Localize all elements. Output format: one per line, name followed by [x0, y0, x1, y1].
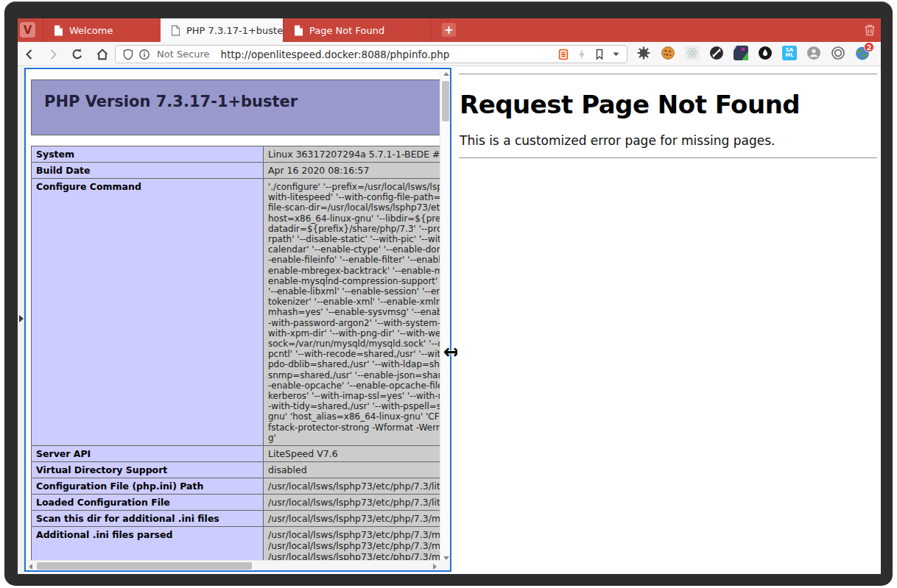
- page-icon: [171, 25, 180, 36]
- chevron-down-icon[interactable]: [612, 50, 620, 58]
- info-icon[interactable]: [138, 49, 150, 60]
- saml-tracer-icon: SA ML: [782, 46, 797, 60]
- flame-icon: [758, 46, 773, 60]
- forward-button[interactable]: [46, 47, 60, 62]
- palette-chart-icon: [734, 46, 748, 60]
- phpinfo-table: SystemLinux 36317207294a 5.7.1-1-BEDE #1…: [31, 146, 451, 565]
- url-text[interactable]: http://openlitespeed.docker:8088/phpinfo…: [221, 49, 557, 60]
- error-page-title: Request Page Not Found: [460, 90, 879, 119]
- address-bar[interactable]: Not Secure http://openlitespeed.docker:8…: [115, 45, 627, 63]
- gear-bug-icon: [636, 46, 651, 60]
- vertical-scroll-thumb[interactable]: [442, 81, 449, 121]
- home-icon: [96, 48, 109, 61]
- cookie-icon: [661, 46, 675, 60]
- page-icon: [54, 25, 63, 36]
- navigation-toolbar: Not Secure http://openlitespeed.docker:8…: [18, 42, 881, 66]
- scrollbar-corner: [440, 560, 450, 570]
- error-page-message: This is a customized error page for miss…: [460, 133, 879, 148]
- error-page-tile: Request Page Not Found This is a customi…: [457, 66, 879, 574]
- privacy-swirl-extension-button[interactable]: [709, 46, 724, 60]
- phpinfo-tile: PHP Version 7.3.17-1+buster SystemLinux …: [24, 68, 451, 572]
- scroll-left-arrow[interactable]: [29, 564, 32, 570]
- plus-icon: +: [444, 24, 454, 37]
- table-row: Configuration File (php.ini) Path/usr/lo…: [32, 478, 452, 495]
- gear-bug-extension-button[interactable]: [636, 46, 651, 60]
- scroll-up-arrow[interactable]: [443, 72, 449, 76]
- not-secure-label: Not Secure: [157, 49, 210, 60]
- privacy-swirl-icon: [709, 46, 724, 60]
- table-row: Build DateApr 16 2020 08:16:57: [32, 163, 452, 179]
- back-icon: [23, 48, 36, 61]
- tab-bar: V Welcome PHP 7.3.17-1+buster - php Page…: [18, 18, 881, 42]
- back-button[interactable]: [22, 47, 37, 62]
- panel-toggle-arrow-icon[interactable]: [19, 315, 24, 322]
- divider: [459, 74, 877, 74]
- table-row: SystemLinux 36317207294a 5.7.1-1-BEDE #1…: [32, 146, 452, 163]
- double-ring-icon: [831, 46, 845, 60]
- ring-extension-button[interactable]: [831, 46, 845, 60]
- tab-phpinfo-active[interactable]: PHP 7.3.17-1+buster - php: [161, 18, 283, 42]
- table-row: Scan this dir for additional .ini files/…: [32, 511, 452, 527]
- saml-tracer-extension-button[interactable]: SA ML: [782, 46, 797, 60]
- person-extension-button[interactable]: [806, 46, 821, 60]
- closed-tabs-trash-button[interactable]: [862, 23, 877, 38]
- shield-icon[interactable]: [122, 49, 134, 60]
- forward-icon: [46, 48, 60, 61]
- tab-title: Page Not Found: [309, 25, 384, 36]
- cookie-extension-button[interactable]: [661, 46, 675, 60]
- tab-page-not-found[interactable]: Page Not Found: [283, 18, 431, 42]
- new-tab-button[interactable]: +: [442, 23, 456, 37]
- scroll-right-arrow[interactable]: [433, 564, 437, 570]
- horizontal-scrollbar[interactable]: [26, 560, 440, 570]
- palette-chart-extension-button[interactable]: [734, 46, 748, 60]
- home-button[interactable]: [95, 47, 110, 62]
- table-row: Configure Command'./configure' '--prefix…: [32, 179, 452, 446]
- vivaldi-logo: V: [24, 24, 32, 37]
- table-row: Loaded Configuration File/usr/local/lsws…: [32, 495, 452, 511]
- browser-window: V Welcome PHP 7.3.17-1+buster - php Page…: [0, 0, 897, 588]
- tab-title: PHP 7.3.17-1+buster - php: [186, 25, 283, 36]
- horizontal-scroll-thumb[interactable]: [37, 562, 252, 570]
- vertical-scrollbar[interactable]: [440, 69, 450, 563]
- reload-button[interactable]: [70, 47, 85, 62]
- notification-badge: 2: [864, 42, 874, 52]
- reload-icon: [71, 48, 84, 61]
- tab-title: Welcome: [69, 25, 113, 36]
- profile-globe-button[interactable]: 2: [855, 46, 870, 60]
- table-row: Server APILiteSpeed V7.6: [32, 446, 452, 462]
- divider: [459, 157, 877, 158]
- table-row: Additional .ini files parsed/usr/local/l…: [32, 527, 452, 565]
- tab-welcome[interactable]: Welcome: [43, 18, 161, 42]
- php-version-title: PHP Version 7.3.17-1+buster: [32, 80, 451, 110]
- trash-icon: [862, 23, 877, 38]
- phpinfo-page: PHP Version 7.3.17-1+buster SystemLinux …: [26, 69, 451, 565]
- table-row: Virtual Directory Supportdisabled: [32, 462, 452, 478]
- lightning-icon[interactable]: [577, 49, 587, 60]
- extensions-row: SA ML: [636, 46, 870, 60]
- page-icon: [294, 25, 303, 36]
- bookmark-icon[interactable]: [594, 49, 605, 60]
- flame-extension-button[interactable]: [758, 46, 773, 60]
- php-version-header: PHP Version 7.3.17-1+buster: [31, 79, 451, 135]
- react-atom-icon: [685, 46, 700, 60]
- react-devtools-extension-button[interactable]: [685, 46, 700, 60]
- person-circle-icon: [806, 46, 821, 60]
- reader-view-icon[interactable]: [557, 49, 569, 60]
- vivaldi-menu-button[interactable]: V: [20, 22, 35, 38]
